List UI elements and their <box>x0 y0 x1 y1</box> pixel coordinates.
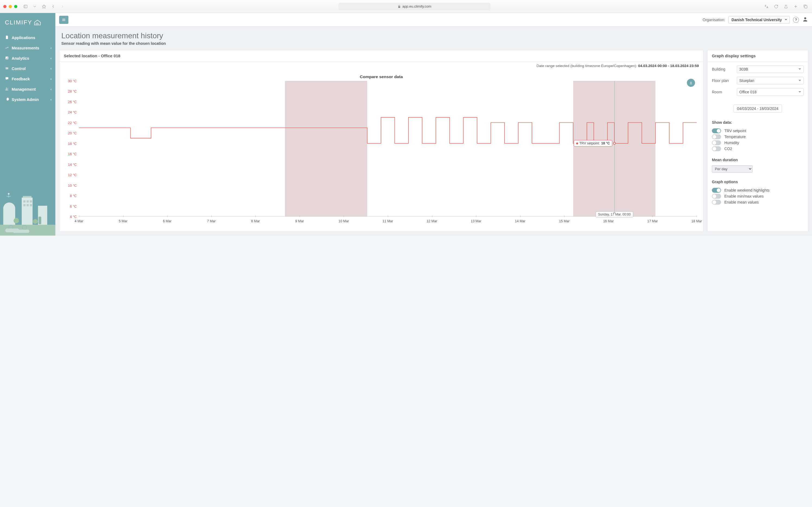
window-controls <box>3 5 17 8</box>
brand-house-icon <box>34 19 41 25</box>
nav-icon <box>5 76 9 81</box>
x-tick: 6 Mar <box>163 219 172 223</box>
share-icon[interactable] <box>783 3 789 10</box>
x-tick: 16 Mar <box>603 219 614 223</box>
svg-rect-20 <box>26 200 29 203</box>
room-select[interactable]: Office 018 <box>737 88 804 96</box>
room-select-value: Office 018 <box>739 90 757 94</box>
graph-option-label: Enable weekend highlights <box>724 188 770 192</box>
graph-option-toggle-0[interactable] <box>712 188 721 193</box>
svg-point-29 <box>33 219 38 224</box>
x-tick: 18 Mar <box>692 219 702 223</box>
svg-rect-7 <box>37 22 38 24</box>
chevron-down-icon[interactable] <box>32 3 38 10</box>
svg-rect-8 <box>38 23 39 24</box>
sidebar-item-management[interactable]: Management‹ <box>0 84 55 95</box>
translate-icon[interactable] <box>763 3 770 10</box>
date-range-line: Date range selected (building timezone E… <box>59 62 703 69</box>
sidebar-item-system-admin[interactable]: System Admin‹ <box>0 95 55 105</box>
back-icon[interactable] <box>50 3 56 10</box>
topbar: Organisation: Danish Technical Universit… <box>55 13 812 26</box>
sidebar-item-analytics[interactable]: Analytics‹ <box>0 53 55 63</box>
date-range-picker[interactable]: 04/03/2024 - 18/03/2024 <box>734 105 782 113</box>
brand-text: CLIMIFY <box>5 19 32 26</box>
svg-point-10 <box>6 67 7 68</box>
sidebar-item-feedback[interactable]: Feedback‹ <box>0 74 55 84</box>
svg-point-27 <box>22 225 26 230</box>
maximize-window-icon[interactable] <box>14 5 17 8</box>
y-tick: 16 °C <box>68 152 77 156</box>
show-data-toggle-1[interactable] <box>712 134 721 139</box>
close-window-icon[interactable] <box>3 5 6 8</box>
tooltip-color-icon <box>576 143 578 145</box>
sidebar-item-label: Control <box>12 66 26 71</box>
sidebar-item-label: Management <box>12 87 36 92</box>
settings-panel: Graph display settings Building 303B Flo… <box>707 50 808 232</box>
sidebar-illustration <box>0 181 55 236</box>
sidebar-item-control[interactable]: Control‹ <box>0 63 55 74</box>
graph-option-toggle-1[interactable] <box>712 194 721 199</box>
sidebar-item-label: Measurements <box>12 46 39 50</box>
svg-rect-16 <box>3 209 15 225</box>
reload-icon[interactable] <box>773 3 779 10</box>
nav-icon <box>5 66 9 71</box>
x-tick: 14 Mar <box>515 219 525 223</box>
show-data-label: Temperature <box>724 134 746 139</box>
page-subtitle: Sensor reading with mean value for the c… <box>61 41 806 46</box>
show-data-label: Humidity <box>724 140 739 145</box>
y-tick: 24 °C <box>68 110 77 114</box>
y-tick: 6 °C <box>70 204 77 208</box>
y-tick: 22 °C <box>68 120 77 125</box>
show-data-toggle-3[interactable] <box>712 146 721 151</box>
org-label: Organisation: <box>703 18 725 22</box>
help-icon[interactable]: ? <box>793 17 799 23</box>
sidebar-item-applications[interactable]: Applications <box>0 33 55 43</box>
svg-point-28 <box>13 218 19 223</box>
chevron-left-icon: ‹ <box>51 67 52 70</box>
tooltip-point <box>613 142 616 145</box>
url-bar[interactable]: app.eu.climify.com <box>338 3 490 10</box>
y-axis: 4 °C6 °C8 °C10 °C12 °C14 °C16 °C18 °C20 … <box>64 81 78 217</box>
show-data-toggle-0[interactable] <box>712 128 721 133</box>
chevron-left-icon: ‹ <box>51 98 52 102</box>
x-tick: 17 Mar <box>647 219 658 223</box>
sidebar: CLIMIFY ApplicationsMeasurements‹Analyti… <box>0 13 55 236</box>
lock-icon <box>398 5 401 8</box>
svg-marker-2 <box>42 5 46 8</box>
org-select-value: Danish Technical University <box>732 18 782 22</box>
graph-option-toggle-2[interactable] <box>712 200 721 205</box>
nav: ApplicationsMeasurements‹Analytics‹Contr… <box>0 33 55 105</box>
y-tick: 20 °C <box>68 131 77 135</box>
show-data-toggle-2[interactable] <box>712 140 721 145</box>
svg-point-14 <box>7 88 8 89</box>
sidebar-item-measurements[interactable]: Measurements‹ <box>0 43 55 53</box>
svg-rect-0 <box>24 5 27 8</box>
tabs-icon[interactable] <box>802 3 809 10</box>
svg-rect-33 <box>13 230 29 233</box>
new-tab-icon[interactable] <box>793 3 799 10</box>
building-select[interactable]: 303B <box>737 65 804 73</box>
nav-icon <box>5 56 9 61</box>
user-menu-icon[interactable] <box>802 16 808 23</box>
sidebar-item-label: Feedback <box>12 77 30 81</box>
svg-point-30 <box>8 193 9 194</box>
menu-toggle-button[interactable] <box>59 16 68 24</box>
svg-rect-6 <box>36 23 36 24</box>
chart-area[interactable]: 4 °C6 °C8 °C10 °C12 °C14 °C16 °C18 °C20 … <box>64 81 698 225</box>
x-tick: 10 Mar <box>338 219 349 223</box>
chart-panel-header: Selected location - Office 018 <box>59 50 703 62</box>
forward-icon[interactable] <box>59 3 66 10</box>
building-label: Building <box>712 67 735 71</box>
mean-duration-select[interactable]: Per day <box>712 165 753 173</box>
show-data-row: Temperature <box>712 134 804 140</box>
svg-rect-22 <box>23 204 25 206</box>
floor-select[interactable]: Stueplan <box>737 77 804 84</box>
minimize-window-icon[interactable] <box>9 5 12 8</box>
svg-rect-23 <box>26 204 29 206</box>
org-select[interactable]: Danish Technical University <box>729 16 790 23</box>
svg-rect-31 <box>39 217 41 224</box>
sidebar-toggle-icon[interactable] <box>22 3 29 10</box>
svg-rect-21 <box>30 200 32 203</box>
svg-point-12 <box>6 69 7 69</box>
star-icon[interactable] <box>41 3 47 10</box>
